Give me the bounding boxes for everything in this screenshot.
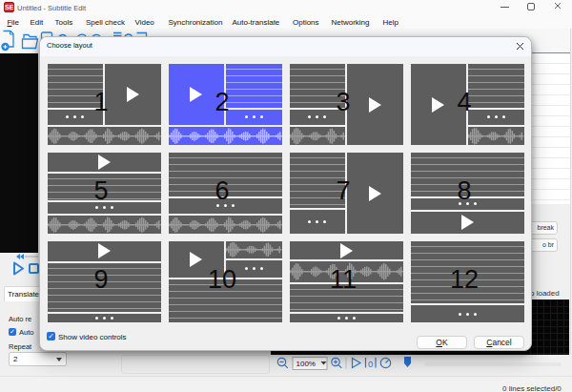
svg-text:0: 0: [368, 359, 373, 369]
svg-text:100%: 100%: [296, 360, 316, 368]
